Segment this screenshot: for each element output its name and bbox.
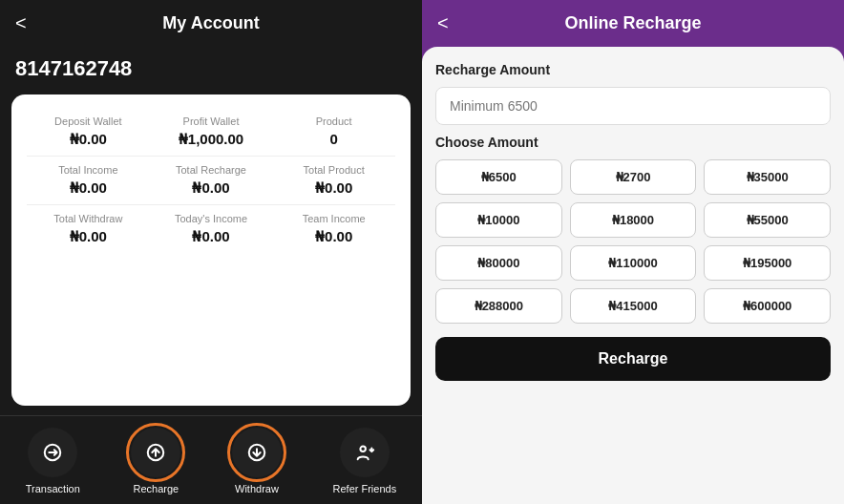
recharge-amount-section-label: Recharge Amount bbox=[435, 62, 831, 77]
amount-button[interactable]: ₦288000 bbox=[435, 288, 562, 324]
total-withdraw-item: Total Withdraw ₦0.00 bbox=[27, 213, 150, 245]
product-item: Product 0 bbox=[272, 116, 395, 148]
refer-label: Refer Friends bbox=[333, 483, 397, 494]
total-recharge-label: Total Recharge bbox=[176, 164, 246, 176]
refer-icon-wrap bbox=[340, 428, 390, 477]
nav-item-recharge[interactable]: Recharge bbox=[131, 428, 180, 494]
total-withdraw-value: ₦0.00 bbox=[70, 228, 107, 245]
team-income-label: Team Income bbox=[303, 213, 366, 224]
total-product-label: Total Product bbox=[304, 164, 365, 176]
refer-friends-icon bbox=[354, 442, 375, 463]
total-withdraw-label: Total Withdraw bbox=[53, 213, 122, 224]
total-income-item: Total Income ₦0.00 bbox=[27, 164, 150, 197]
withdraw-icon bbox=[246, 442, 267, 463]
team-income-value: ₦0.00 bbox=[315, 228, 352, 245]
total-product-value: ₦0.00 bbox=[315, 179, 352, 197]
nav-item-withdraw[interactable]: Withdraw bbox=[232, 428, 282, 494]
withdraw-icon-wrap bbox=[232, 428, 282, 477]
recharge-icon-wrap bbox=[131, 428, 180, 477]
deposit-wallet-value: ₦0.00 bbox=[70, 131, 107, 148]
amount-button[interactable]: ₦195000 bbox=[704, 245, 831, 281]
right-panel: < Online Recharge Recharge Amount Choose… bbox=[422, 0, 844, 504]
profit-wallet-value: ₦1,000.00 bbox=[179, 131, 243, 148]
amount-button[interactable]: ₦35000 bbox=[704, 159, 831, 195]
product-label: Product bbox=[316, 116, 352, 127]
nav-item-transaction[interactable]: Transaction bbox=[26, 428, 80, 494]
wallet-card: Deposit Wallet ₦0.00 Profit Wallet ₦1,00… bbox=[11, 94, 411, 406]
amount-button[interactable]: ₦55000 bbox=[704, 202, 831, 238]
todays-income-item: Today's Income ₦0.00 bbox=[150, 213, 273, 245]
profit-wallet-item: Profit Wallet ₦1,000.00 bbox=[150, 116, 273, 148]
team-income-item: Team Income ₦0.00 bbox=[272, 213, 395, 245]
left-panel: < My Account 8147162748 Deposit Wallet ₦… bbox=[0, 0, 422, 504]
deposit-wallet-label: Deposit Wallet bbox=[54, 116, 122, 127]
amount-button[interactable]: ₦10000 bbox=[435, 202, 562, 238]
right-content: Recharge Amount Choose Amount ₦6500₦2700… bbox=[422, 47, 844, 504]
account-number: 8147162748 bbox=[0, 47, 422, 94]
withdraw-label: Withdraw bbox=[235, 483, 279, 494]
profit-wallet-label: Profit Wallet bbox=[183, 116, 240, 127]
svg-point-3 bbox=[360, 447, 366, 452]
total-recharge-value: ₦0.00 bbox=[192, 179, 229, 197]
wallet-row-2: Total Income ₦0.00 Total Recharge ₦0.00 … bbox=[27, 156, 395, 204]
amount-button[interactable]: ₦6500 bbox=[435, 159, 562, 195]
product-value: 0 bbox=[330, 131, 338, 147]
todays-income-label: Today's Income bbox=[175, 213, 247, 224]
recharge-icon bbox=[145, 442, 166, 463]
left-back-button[interactable]: < bbox=[15, 12, 27, 34]
choose-amount-section-label: Choose Amount bbox=[435, 135, 831, 150]
right-page-title: Online Recharge bbox=[564, 13, 701, 33]
right-back-button[interactable]: < bbox=[437, 12, 449, 34]
transaction-icon-wrap bbox=[28, 428, 77, 477]
nav-item-refer[interactable]: Refer Friends bbox=[333, 428, 397, 494]
bottom-nav: Transaction Recharge Withdraw bbox=[0, 415, 422, 504]
amount-button[interactable]: ₦2700 bbox=[570, 159, 697, 195]
total-product-item: Total Product ₦0.00 bbox=[272, 164, 395, 197]
recharge-label: Recharge bbox=[134, 483, 179, 494]
amount-button[interactable]: ₦110000 bbox=[570, 245, 697, 281]
amount-button[interactable]: ₦600000 bbox=[704, 288, 831, 324]
total-recharge-item: Total Recharge ₦0.00 bbox=[150, 164, 273, 197]
recharge-button[interactable]: Recharge bbox=[435, 337, 831, 381]
right-header: < Online Recharge bbox=[422, 0, 844, 47]
amount-grid: ₦6500₦2700₦35000₦10000₦18000₦55000₦80000… bbox=[435, 159, 831, 324]
total-income-value: ₦0.00 bbox=[70, 179, 107, 197]
recharge-amount-input[interactable] bbox=[435, 87, 831, 125]
amount-button[interactable]: ₦18000 bbox=[570, 202, 697, 238]
wallet-row-1: Deposit Wallet ₦0.00 Profit Wallet ₦1,00… bbox=[27, 108, 395, 156]
total-income-label: Total Income bbox=[58, 164, 117, 176]
wallet-row-3: Total Withdraw ₦0.00 Today's Income ₦0.0… bbox=[27, 204, 395, 253]
left-page-title: My Account bbox=[162, 13, 259, 33]
deposit-wallet-item: Deposit Wallet ₦0.00 bbox=[27, 116, 150, 148]
amount-button[interactable]: ₦415000 bbox=[570, 288, 697, 324]
left-header: < My Account bbox=[0, 0, 422, 47]
todays-income-value: ₦0.00 bbox=[192, 228, 229, 245]
transaction-icon bbox=[42, 442, 63, 463]
transaction-label: Transaction bbox=[26, 483, 80, 494]
amount-button[interactable]: ₦80000 bbox=[435, 245, 562, 281]
